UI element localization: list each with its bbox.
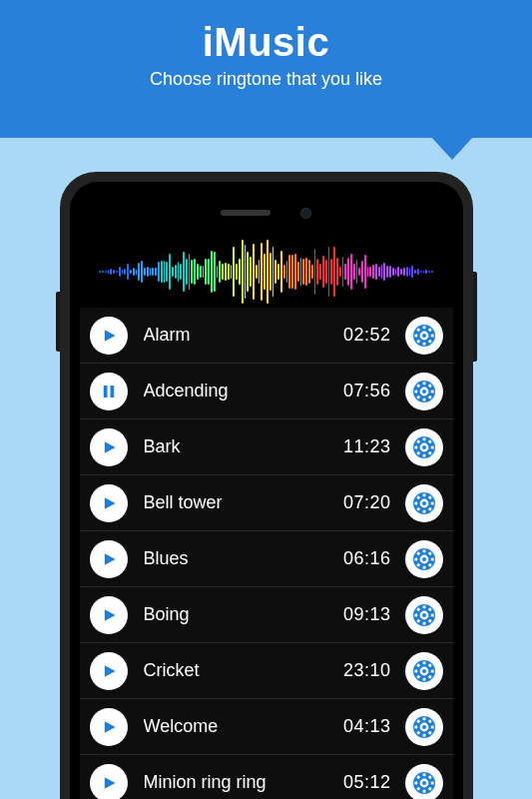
ringtone-list: Alarm 02:52 Adcending 07:56 Bark 11:23 B… (80, 308, 453, 799)
waveform-bar (336, 258, 338, 286)
waveform-bar (411, 266, 413, 279)
waveform-bar (344, 264, 346, 279)
waveform-bar (381, 265, 383, 279)
app-subtitle: Choose ringtone that you like (0, 69, 532, 90)
waveform-bar (333, 247, 335, 298)
waveform-bar (119, 267, 121, 276)
waveform-bar (300, 258, 302, 285)
svg-rect-8 (422, 326, 425, 329)
phone-top-bar (80, 190, 453, 236)
waveform-bar (311, 265, 313, 279)
play-icon[interactable] (90, 764, 128, 800)
waveform-bar (417, 269, 419, 276)
settings-icon[interactable] (405, 708, 443, 746)
ringtone-row[interactable]: Minion ring ring 05:12 (80, 755, 453, 799)
svg-rect-66 (422, 677, 425, 680)
svg-rect-6 (414, 334, 417, 337)
waveform-bar (152, 268, 154, 277)
waveform-bar (277, 264, 279, 280)
play-icon[interactable] (90, 652, 128, 690)
waveform-bar (322, 256, 324, 288)
waveform-bar (164, 261, 166, 284)
waveform-bar (250, 257, 252, 286)
svg-rect-76 (422, 733, 425, 736)
waveform-bar (105, 271, 107, 274)
svg-rect-20 (422, 382, 425, 385)
ringtone-row[interactable]: Blues 06:16 (80, 531, 453, 587)
waveform-bar (314, 249, 316, 294)
ringtone-duration: 04:13 (343, 716, 391, 737)
waveform-bar (124, 269, 126, 275)
waveform-bar (194, 259, 196, 285)
waveform-bar (161, 261, 163, 282)
svg-rect-50 (422, 549, 425, 552)
settings-icon[interactable] (405, 596, 443, 634)
ringtone-row[interactable]: Bell tower 07:20 (80, 475, 453, 531)
settings-icon[interactable] (405, 317, 443, 355)
ringtone-row[interactable]: Boing 09:13 (80, 587, 453, 643)
ringtone-name: Adcending (144, 381, 343, 401)
waveform-bar (253, 244, 255, 299)
play-icon[interactable] (90, 317, 128, 355)
ringtone-row[interactable]: Alarm 02:52 (80, 308, 453, 364)
waveform-bar (116, 271, 118, 273)
waveform-bar (358, 268, 360, 277)
ringtone-row[interactable]: Cricket 23:10 (80, 643, 453, 699)
play-icon[interactable] (90, 708, 128, 746)
waveform-bar (383, 263, 385, 282)
ringtone-duration: 09:13 (343, 604, 391, 625)
waveform-bar (378, 267, 380, 277)
ringtone-row[interactable]: Adcending 07:56 (80, 364, 453, 419)
ringtone-duration: 02:52 (343, 325, 391, 346)
waveform-bar (389, 266, 391, 278)
settings-icon[interactable] (405, 428, 443, 466)
svg-rect-24 (430, 445, 433, 448)
ringtone-name: Cricket (144, 660, 343, 681)
settings-icon[interactable] (405, 484, 443, 522)
waveform-bar (175, 265, 177, 280)
settings-icon[interactable] (405, 373, 443, 410)
waveform-bar (297, 262, 299, 282)
waveform-bar (395, 269, 397, 275)
ringtone-duration: 07:56 (343, 381, 391, 401)
waveform-bar (169, 254, 171, 290)
waveform-bar (319, 264, 321, 280)
waveform-bar (113, 270, 115, 273)
play-icon[interactable] (90, 540, 128, 578)
waveform-bar (214, 252, 216, 291)
waveform-bar (136, 270, 138, 275)
settings-icon[interactable] (405, 764, 443, 800)
waveform-bar (228, 264, 230, 279)
svg-rect-14 (430, 390, 433, 393)
waveform-bar (431, 271, 433, 274)
waveform-bar (356, 260, 358, 283)
phone-side-button-left (56, 292, 60, 352)
play-icon[interactable] (90, 596, 128, 634)
waveform-bar (166, 262, 168, 282)
settings-icon[interactable] (405, 540, 443, 578)
svg-rect-40 (422, 493, 425, 496)
waveform-bar (375, 264, 377, 279)
ringtone-name: Blues (144, 548, 343, 569)
ringtone-name: Bell tower (144, 492, 343, 513)
waveform-bar (189, 254, 191, 290)
waveform-bar (191, 260, 193, 284)
waveform-bar (283, 265, 285, 279)
waveform-bar (339, 267, 341, 277)
waveform-bar (222, 264, 224, 280)
ringtone-row[interactable]: Bark 11:23 (80, 419, 453, 475)
ringtone-row[interactable]: Welcome 04:13 (80, 699, 453, 755)
waveform-bar (328, 247, 330, 297)
settings-icon[interactable] (405, 652, 443, 690)
waveform-bar (130, 270, 132, 274)
waveform-bar (236, 264, 238, 280)
svg-rect-86 (422, 789, 425, 792)
waveform-bar (203, 266, 205, 279)
ringtone-name: Boing (144, 604, 343, 625)
play-icon[interactable] (90, 484, 128, 522)
waveform-bar (423, 271, 425, 273)
header-pointer (430, 136, 474, 160)
pause-icon[interactable] (90, 373, 128, 410)
waveform-bar (420, 271, 422, 273)
play-icon[interactable] (90, 428, 128, 466)
